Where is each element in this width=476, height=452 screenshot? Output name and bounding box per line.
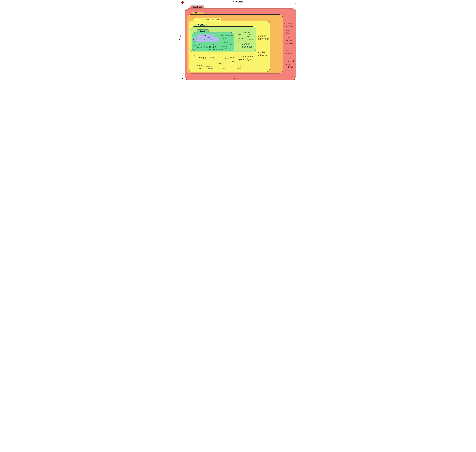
jessie-map: Map	[223, 38, 226, 39]
ses-instanceof: instanceof	[205, 66, 212, 67]
es-caller: .caller	[285, 37, 291, 39]
jessie-json-ctor: JSON	[221, 35, 224, 36]
ses-switch-fall: switch fall through	[210, 55, 216, 58]
jessie-weakmap: WeakMap	[227, 40, 232, 41]
tinyses-reflect: Reflect	[244, 32, 250, 33]
ses-var: var	[219, 59, 221, 61]
es-callee: .callee	[286, 40, 292, 41]
json-false: false	[212, 38, 215, 39]
jessie-weakset: WeakSet	[228, 35, 234, 37]
tab-tinyses: TinySES	[195, 24, 207, 27]
json-quotes: “ ”	[200, 39, 201, 41]
jessie-function: function	[204, 46, 216, 48]
es-silent-failed: silent failed assignment	[285, 49, 292, 54]
ses-forin: for/in	[217, 63, 222, 64]
tinyses-realm: Realm	[249, 39, 253, 40]
jessie-let: let	[217, 47, 219, 48]
es-arguments: .arguments	[284, 43, 293, 44]
ses-this: this	[199, 57, 206, 60]
ses-eqeq: == !=	[192, 55, 196, 57]
es-nonstatic-scoping: non-static scoping	[284, 22, 295, 27]
ses-in: in	[224, 66, 225, 67]
tinyses-function-ctor: Function	[238, 38, 243, 39]
es-with: with	[234, 78, 238, 80]
es-implicit-primitive: implicit primitive wrapping	[287, 30, 291, 34]
ses-delete: delete	[222, 68, 226, 69]
jessie-export: export	[223, 48, 227, 49]
jessie-template-literal: `${}`	[200, 44, 204, 45]
ses-function-star: function*	[230, 57, 237, 58]
axis-arrow-y	[183, 6, 183, 79]
ses-async: async	[225, 58, 229, 59]
jessie-destructuring: destructuring patterns	[193, 43, 200, 46]
json-null: null	[203, 37, 206, 39]
jessie-arrow: =>	[207, 48, 210, 51]
tinyses-symbol: Symbol	[247, 36, 252, 37]
es-implicit-global: implicit access to global	[286, 60, 296, 68]
json-object: { }	[211, 40, 214, 41]
json-numeric-literal: numeric literal	[195, 38, 199, 40]
tinyses-regexp: RegExp	[238, 34, 243, 35]
ses-ambient-authority: ambient authority	[257, 51, 267, 57]
jessie-arith: + - * / %	[207, 44, 214, 45]
tinyses-proxy: Proxy	[238, 40, 242, 42]
tab-es-strict: ES-strict	[192, 12, 204, 15]
tab-ecmascript: EcmaScript	[190, 6, 204, 9]
tab-ses-label: SES	[196, 18, 199, 20]
diagram-root: Semantics Syntax EcmaScript ES-strict SE…	[179, 0, 297, 82]
axis-label-x: Semantics	[179, 0, 297, 3]
jessie-compare: < <= === !== >= >	[194, 49, 205, 50]
jessie-const: const	[217, 44, 220, 46]
ses-regex: /.*/	[190, 59, 193, 60]
jessie-set: Set	[226, 35, 228, 37]
ses-extends: extends	[208, 68, 214, 69]
tab-ses: SES (on Frozen Realms on Realms)	[193, 18, 221, 21]
tinyses-inheritance: inheritance	[236, 49, 242, 51]
ses-super: super	[199, 68, 202, 69]
tab-ses-sub: (on Frozen Realms on Realms)	[200, 19, 219, 20]
ses-yield: yield	[231, 61, 235, 62]
jessie-eval: eval	[229, 44, 233, 45]
tab-jessie: Jessie	[197, 29, 208, 33]
jessie-promise: Promise	[223, 42, 228, 43]
axis-arrow-x	[187, 4, 296, 4]
json-true: true	[208, 37, 210, 39]
tinyses-mutable-properties: mutable properties	[241, 43, 253, 48]
tinyses-date: Date	[249, 34, 252, 35]
ses-new: new	[194, 61, 196, 63]
jessie-switch: switch	[213, 49, 217, 50]
ses-compartment-global-object: compartment global object	[238, 55, 253, 61]
json-array: [ ]	[204, 40, 207, 41]
ses-class: class	[194, 64, 202, 67]
jessie-undefined: undefined	[196, 47, 202, 48]
tab-json: JSON	[198, 34, 214, 37]
axis-label-y: Syntax	[179, 33, 181, 40]
ses-await: await	[225, 61, 228, 63]
jessie-forof: for/of	[219, 49, 223, 50]
jessie-import: import	[222, 46, 227, 47]
ses-asi: automatic semicolon insertion	[236, 65, 242, 69]
ses-mutable-primordials: mutable primordials	[257, 35, 270, 40]
